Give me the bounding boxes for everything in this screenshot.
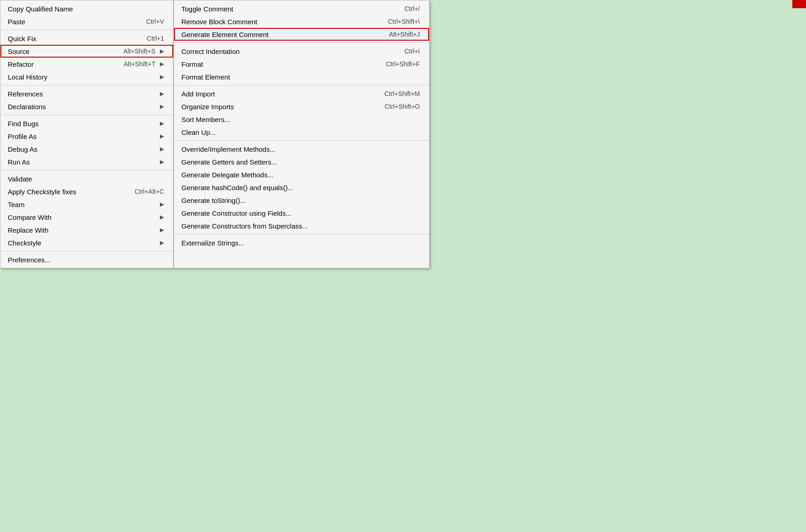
menu-item-references[interactable]: References▶ [0, 87, 173, 100]
menu-item-apply-checkstyle[interactable]: Apply Checkstyle fixesCtrl+Alt+C [0, 185, 173, 198]
submenu-item-label-generate-getters-setters: Generate Getters and Setters... [181, 158, 420, 166]
submenu-item-generate-constructor-fields[interactable]: Generate Constructor using Fields... [174, 207, 429, 219]
separator-after-local-history [0, 85, 173, 85]
submenu-item-label-format-element: Format Element [181, 73, 420, 81]
submenu-item-label-generate-tostring: Generate toString()... [181, 197, 420, 204]
menu-item-checkstyle[interactable]: Checkstyle▶ [0, 236, 173, 249]
submenu-item-correct-indentation[interactable]: Correct IndentationCtrl+I [174, 45, 429, 58]
menu-item-shortcut-quick-fix: Ctrl+1 [147, 35, 164, 42]
menu-item-label-refactor: Refactor [8, 60, 106, 68]
submenu-item-sort-members[interactable]: Sort Members... [174, 113, 429, 126]
menu-item-copy-qualified[interactable]: Copy Qualified Name [0, 2, 173, 15]
submenu-item-shortcut-format: Ctrl+Shift+F [386, 60, 420, 68]
menu-item-label-run-as: Run As [8, 158, 155, 166]
menu-item-debug-as[interactable]: Debug As▶ [0, 143, 173, 155]
submenu-item-label-generate-element-comment: Generate Element Comment [181, 31, 371, 38]
submenu-item-remove-block-comment[interactable]: Remove Block CommentCtrl+Shift+\ [174, 15, 429, 28]
menu-item-arrow-references: ▶ [160, 90, 164, 97]
menu-item-arrow-source: ▶ [160, 48, 164, 54]
menu-item-preferences[interactable]: Preferences... [0, 253, 173, 266]
menu-item-quick-fix[interactable]: Quick FixCtrl+1 [0, 32, 173, 45]
submenu-item-toggle-comment[interactable]: Toggle CommentCtrl+/ [174, 2, 429, 15]
menu-item-arrow-debug-as: ▶ [160, 146, 164, 152]
right-submenu: Toggle CommentCtrl+/Remove Block Comment… [174, 0, 430, 268]
submenu-item-generate-delegate[interactable]: Generate Delegate Methods... [174, 168, 429, 181]
menu-item-label-profile-as: Profile As [8, 133, 155, 140]
menu-item-label-replace-with: Replace With [8, 226, 155, 234]
submenu-item-override-implement[interactable]: Override/Implement Methods... [174, 143, 429, 155]
submenu-item-label-clean-up: Clean Up... [181, 128, 420, 136]
submenu-item-generate-constructors-superclass[interactable]: Generate Constructors from Superclass... [174, 219, 429, 232]
menu-item-arrow-refactor: ▶ [160, 61, 164, 67]
submenu-item-shortcut-add-import: Ctrl+Shift+M [384, 90, 420, 97]
menu-item-arrow-local-history: ▶ [160, 74, 164, 80]
submenu-item-label-externalize-strings: Externalize Strings... [181, 239, 420, 247]
menu-item-compare-with[interactable]: Compare With▶ [0, 211, 173, 223]
menu-item-arrow-declarations: ▶ [160, 103, 164, 110]
menu-item-replace-with[interactable]: Replace With▶ [0, 223, 173, 236]
red-corner-decoration [792, 0, 806, 8]
submenu-item-shortcut-generate-element-comment: Alt+Shift+J [389, 31, 420, 38]
submenu-item-organize-imports[interactable]: Organize ImportsCtrl+Shift+O [174, 100, 429, 113]
menu-item-arrow-run-as: ▶ [160, 159, 164, 165]
context-menus: Copy Qualified NamePasteCtrl+VQuick FixC… [0, 0, 430, 268]
menu-item-label-apply-checkstyle: Apply Checkstyle fixes [8, 188, 116, 196]
separator-after-run-as [0, 170, 173, 170]
submenu-item-generate-element-comment[interactable]: Generate Element CommentAlt+Shift+J [174, 28, 429, 41]
submenu-item-label-generate-delegate: Generate Delegate Methods... [181, 171, 420, 179]
menu-item-label-quick-fix: Quick Fix [8, 35, 128, 43]
menu-item-label-debug-as: Debug As [8, 145, 155, 153]
menu-item-label-validate: Validate [8, 175, 164, 183]
separator-after-format-element [174, 85, 429, 85]
menu-item-label-references: References [8, 90, 155, 98]
submenu-item-add-import[interactable]: Add ImportCtrl+Shift+M [174, 87, 429, 100]
separator-after-generate-element-comment [174, 43, 429, 43]
submenu-item-format-element[interactable]: Format Element [174, 70, 429, 83]
submenu-item-shortcut-correct-indentation: Ctrl+I [404, 48, 420, 55]
menu-item-profile-as[interactable]: Profile As▶ [0, 130, 173, 143]
menu-item-label-paste: Paste [8, 18, 128, 26]
menu-item-validate[interactable]: Validate [0, 172, 173, 185]
menu-item-refactor[interactable]: RefactorAlt+Shift+T▶ [0, 58, 173, 70]
submenu-item-shortcut-remove-block-comment: Ctrl+Shift+\ [388, 18, 420, 25]
menu-item-shortcut-paste: Ctrl+V [146, 18, 164, 25]
menu-item-arrow-replace-with: ▶ [160, 227, 164, 233]
separator-after-declarations [0, 115, 173, 115]
menu-item-shortcut-apply-checkstyle: Ctrl+Alt+C [134, 188, 164, 195]
submenu-item-shortcut-organize-imports: Ctrl+Shift+O [385, 103, 420, 110]
submenu-item-label-generate-constructors-superclass: Generate Constructors from Superclass... [181, 222, 420, 230]
submenu-item-label-generate-hashcode-equals: Generate hashCode() and equals()... [181, 184, 420, 192]
menu-item-team[interactable]: Team▶ [0, 198, 173, 211]
menu-item-shortcut-source: Alt+Shift+S [123, 48, 155, 55]
separator-after-paste [0, 30, 173, 30]
submenu-item-clean-up[interactable]: Clean Up... [174, 126, 429, 138]
menu-item-run-as[interactable]: Run As▶ [0, 155, 173, 168]
submenu-item-label-generate-constructor-fields: Generate Constructor using Fields... [181, 209, 420, 217]
submenu-item-externalize-strings[interactable]: Externalize Strings... [174, 236, 429, 249]
separator-after-clean-up [174, 140, 429, 141]
submenu-item-label-organize-imports: Organize Imports [181, 103, 366, 111]
menu-item-label-compare-with: Compare With [8, 213, 155, 221]
menu-item-find-bugs[interactable]: Find Bugs▶ [0, 117, 173, 130]
menu-item-arrow-find-bugs: ▶ [160, 120, 164, 127]
left-context-menu: Copy Qualified NamePasteCtrl+VQuick FixC… [0, 0, 174, 268]
menu-item-label-find-bugs: Find Bugs [8, 120, 155, 128]
menu-item-arrow-compare-with: ▶ [160, 214, 164, 220]
menu-item-source[interactable]: SourceAlt+Shift+S▶ [0, 45, 173, 58]
submenu-item-generate-hashcode-equals[interactable]: Generate hashCode() and equals()... [174, 181, 429, 194]
submenu-item-label-format: Format [181, 60, 367, 68]
menu-item-label-declarations: Declarations [8, 103, 155, 111]
submenu-item-label-override-implement: Override/Implement Methods... [181, 145, 420, 153]
menu-item-local-history[interactable]: Local History▶ [0, 70, 173, 83]
submenu-item-shortcut-toggle-comment: Ctrl+/ [404, 5, 420, 12]
menu-item-paste[interactable]: PasteCtrl+V [0, 15, 173, 28]
submenu-item-label-sort-members: Sort Members... [181, 116, 420, 123]
separator-after-generate-constructors-superclass [174, 234, 429, 234]
submenu-item-generate-tostring[interactable]: Generate toString()... [174, 194, 429, 207]
submenu-item-label-toggle-comment: Toggle Comment [181, 5, 386, 13]
separator-after-checkstyle [0, 251, 173, 251]
submenu-item-generate-getters-setters[interactable]: Generate Getters and Setters... [174, 155, 429, 168]
submenu-item-format[interactable]: FormatCtrl+Shift+F [174, 58, 429, 70]
menu-item-declarations[interactable]: Declarations▶ [0, 100, 173, 113]
menu-item-arrow-profile-as: ▶ [160, 133, 164, 139]
